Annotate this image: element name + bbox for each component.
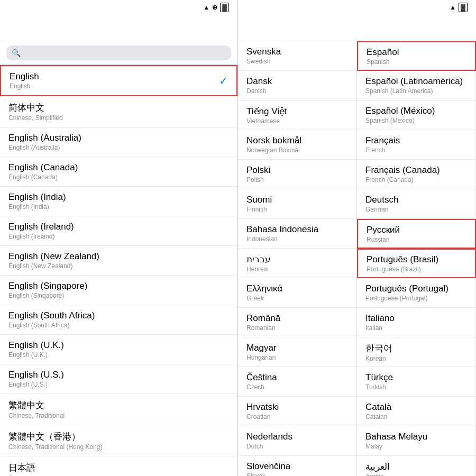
list-item[interactable]: Türkçe Turkish <box>357 367 476 397</box>
list-item[interactable]: Português (Portugal) Portuguese (Portuga… <box>357 278 476 308</box>
nav-bar-right <box>238 15 476 41</box>
list-item[interactable]: Magyar Hungarian <box>238 337 357 367</box>
lang-name: 繁體中文（香港） <box>8 431 102 443</box>
lang-text: Hrvatski Croatian <box>246 402 279 420</box>
lang-name: עברית <box>246 254 271 265</box>
list-item[interactable]: Hrvatski Croatian <box>238 397 357 426</box>
lang-sub: Korean <box>365 355 392 362</box>
wifi-icon: ▲ <box>203 4 209 11</box>
list-item[interactable]: Français (Canada) French (Canada) <box>357 160 476 189</box>
lang-name: English (Canada) <box>8 162 78 173</box>
list-item[interactable]: English (New Zealand) English (New Zeala… <box>0 246 237 276</box>
lang-name: 日本語 <box>8 462 36 474</box>
lang-name: Português (Portugal) <box>365 283 448 294</box>
lang-text: Dansk Danish <box>246 76 272 95</box>
list-item[interactable]: العربية Arabic <box>357 456 476 476</box>
list-item[interactable]: English (India) English (India) <box>0 187 237 216</box>
lang-sub: Spanish <box>367 58 399 66</box>
lang-sub: Chinese, Traditional (Hong Kong) <box>8 443 102 451</box>
list-item[interactable]: Français French <box>357 130 476 160</box>
list-item[interactable]: Español (Latinoamérica) Spanish (Latin A… <box>357 71 476 100</box>
lang-name: Svenska <box>246 47 281 57</box>
lang-text: Português (Portugal) Portuguese (Portuga… <box>365 283 448 302</box>
list-item[interactable]: Svenska Swedish <box>238 41 357 71</box>
list-item[interactable]: Español (México) Spanish (Mexico) <box>357 100 476 130</box>
list-item[interactable]: Português (Brasil) Portuguese (Brazil) <box>357 249 476 278</box>
list-item[interactable]: Català Catalan <box>357 397 476 426</box>
list-item[interactable]: Română Romanian <box>238 308 357 337</box>
list-item[interactable]: 繁體中文 Chinese, Traditional <box>0 394 237 425</box>
search-box[interactable]: 🔍 <box>6 45 231 60</box>
lang-name: English (Australia) <box>8 133 81 143</box>
lang-text: English (U.K.) English (U.K.) <box>8 340 64 359</box>
lang-text: Türkçe Turkish <box>365 372 393 391</box>
lang-name: Português (Brasil) <box>367 254 438 265</box>
lang-text: Norsk bokmål Norwegian Bokmål <box>246 135 301 154</box>
list-item[interactable]: English (Singapore) English (Singapore) <box>0 276 237 305</box>
list-item[interactable]: English (South Africa) English (South Af… <box>0 305 237 335</box>
lang-text: Français French <box>365 135 400 154</box>
lang-sub: Indonesian <box>246 235 318 243</box>
lang-text: English English <box>10 71 39 90</box>
list-item[interactable]: Polski Polish <box>238 160 357 189</box>
lang-name: Türkçe <box>365 372 393 383</box>
list-item[interactable]: Italiano Italian <box>357 308 476 337</box>
lang-text: Bahasa Melayu Malay <box>365 432 427 450</box>
lang-text: English (South Africa) English (South Af… <box>8 310 95 329</box>
list-item[interactable]: Deutsch German <box>357 189 476 219</box>
list-item[interactable]: Čeština Czech <box>238 367 357 397</box>
list-item[interactable]: Norsk bokmål Norwegian Bokmål <box>238 130 357 160</box>
battery-icon: ▓ <box>220 3 229 12</box>
list-item[interactable]: English (Australia) English (Australia) <box>0 127 237 157</box>
status-icons-right: ▲ ▓ <box>450 3 468 12</box>
list-item[interactable]: Suomi Finnish <box>238 189 357 219</box>
lang-text: Suomi Finnish <box>246 195 272 213</box>
lock-icon: ⊕ <box>212 4 217 11</box>
list-item[interactable]: 简体中文 Chinese, Simplified <box>0 96 237 127</box>
list-item[interactable]: Slovenčina Slovak <box>238 456 357 476</box>
lang-text: Svenska Swedish <box>246 47 281 65</box>
list-item[interactable]: Bahasa Melayu Malay <box>357 426 476 456</box>
lang-name: English <box>10 71 39 82</box>
list-item[interactable]: English (Canada) English (Canada) <box>0 157 237 187</box>
lang-sub: Romanian <box>246 324 280 332</box>
lang-sub: French (Canada) <box>365 176 440 184</box>
lang-name: Nederlands <box>246 432 292 442</box>
battery-icon-right: ▓ <box>459 3 468 12</box>
lang-name: Magyar <box>246 343 277 353</box>
lang-name: Norsk bokmål <box>246 135 301 146</box>
lang-sub: Spanish (Mexico) <box>365 117 435 124</box>
lang-name: English (U.K.) <box>8 340 64 351</box>
list-item[interactable]: Tiếng Việt Vietnamese <box>238 100 357 130</box>
list-item[interactable]: Dansk Danish <box>238 71 357 100</box>
lang-sub: English (Singapore) <box>8 292 87 299</box>
list-item[interactable]: English (Ireland) English (Ireland) <box>0 216 237 246</box>
list-item[interactable]: English (U.S.) English (U.S.) <box>0 364 237 394</box>
lang-name: Hrvatski <box>246 402 279 413</box>
list-item[interactable]: Bahasa Indonesia Indonesian <box>238 219 357 249</box>
wifi-icon-right: ▲ <box>450 4 456 11</box>
list-item[interactable]: Español Spanish <box>357 41 476 71</box>
lang-sub: Greek <box>246 295 282 302</box>
list-item[interactable]: 繁體中文（香港） Chinese, Traditional (Hong Kong… <box>0 425 237 456</box>
list-item[interactable]: Nederlands Dutch <box>238 426 357 456</box>
lang-sub: English (Australia) <box>8 144 81 151</box>
lang-text: Español (México) Spanish (Mexico) <box>365 106 435 124</box>
status-bar-right: ▲ ▓ <box>238 0 476 15</box>
list-item[interactable]: עברית Hebrew <box>238 249 357 278</box>
lang-sub: Chinese, Traditional <box>8 412 65 419</box>
lang-sub: Arabic <box>365 473 390 477</box>
lang-sub: English (U.S.) <box>8 381 64 388</box>
list-item[interactable]: 한국어 Korean <box>357 337 476 367</box>
lang-sub: English (South Africa) <box>8 322 95 329</box>
list-item[interactable]: English English ✓ <box>0 65 237 96</box>
list-item[interactable]: English (U.K.) English (U.K.) <box>0 335 237 364</box>
list-item[interactable]: 日本語 Japanese <box>0 456 237 476</box>
lang-name: Suomi <box>246 195 272 205</box>
lang-name: Español (México) <box>365 106 435 116</box>
lang-text: English (Canada) English (Canada) <box>8 162 78 181</box>
lang-text: Italiano Italian <box>365 313 395 332</box>
lang-sub: Vietnamese <box>246 117 287 125</box>
list-item[interactable]: Ελληνικά Greek <box>238 278 357 308</box>
list-item[interactable]: Русский Russian <box>357 219 476 249</box>
